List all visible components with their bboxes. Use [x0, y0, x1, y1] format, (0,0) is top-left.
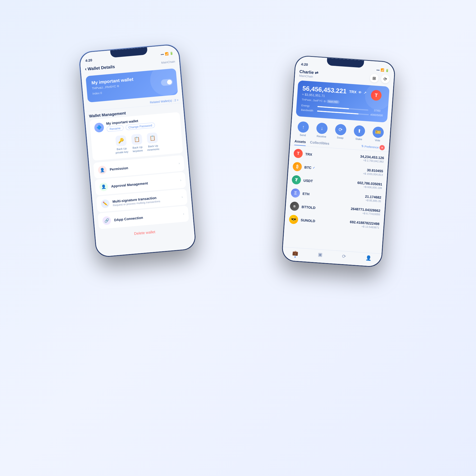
- history-nav-icon: ⟳: [342, 253, 346, 259]
- rename-button[interactable]: Rename: [107, 125, 124, 132]
- swap-action[interactable]: ⟳ Swap: [335, 124, 347, 140]
- address-copy-icon[interactable]: ⧉: [324, 99, 326, 103]
- receive-icon: ↓: [316, 122, 328, 134]
- sunold-values: 692.418878222498 ≈$ 13.5483871: [350, 220, 380, 229]
- assets-nav-dot: [294, 256, 296, 258]
- backup-mnemonic[interactable]: 📋 Back Upmnemonic: [146, 132, 159, 152]
- backup-keystore[interactable]: 📋 Back Upkeystore: [131, 134, 143, 153]
- change-password-button[interactable]: Change Password: [125, 122, 155, 130]
- receive-label: Receive: [317, 135, 326, 138]
- multisig-text: Multi-signature transaction Request or p…: [112, 194, 179, 207]
- nav-assets[interactable]: 💼: [292, 250, 298, 258]
- chevron-icon-multisig: ›: [181, 195, 183, 199]
- bttold-values: 2648771.04328662 ≈$ 6.77419355: [350, 207, 381, 216]
- resource-bars: Energy 37/60 Bandwidth: [301, 104, 383, 117]
- send-icon: ↑: [298, 121, 309, 133]
- btc-symbol: BTC ✓: [304, 165, 361, 173]
- assets-nav-icon: 💼: [292, 250, 298, 256]
- sunold-symbol: SUNOLD: [301, 218, 347, 225]
- wallet-toggle[interactable]: [161, 79, 173, 86]
- preference-label: Preference: [364, 145, 379, 149]
- signal-icon-right: ▪▪▪: [376, 68, 380, 72]
- non-hd-badge: Non-HD: [327, 100, 340, 104]
- wifi-icon-right: 📶: [381, 68, 385, 72]
- back-button[interactable]: ‹ Wallet Details: [85, 64, 115, 72]
- sort-icon: ⇅: [361, 144, 364, 148]
- send-action[interactable]: ↑ Send: [297, 121, 309, 137]
- dapp-title: DApp Connection: [114, 212, 180, 222]
- tab-collectibles[interactable]: Collectibles: [310, 139, 329, 148]
- vote-action[interactable]: 🎫 Vote: [372, 126, 384, 142]
- scan-button[interactable]: ⊞: [370, 74, 379, 83]
- swap-label: Swap: [337, 136, 344, 140]
- stake-icon: ⬆: [354, 125, 365, 137]
- expand-icon[interactable]: ↗: [363, 90, 367, 95]
- nav-profile[interactable]: 👤: [365, 255, 372, 263]
- btc-icon: ₿: [292, 162, 302, 171]
- balance-currency: TRX: [349, 89, 357, 94]
- bttold-name-col: BTTOLD: [301, 205, 348, 212]
- battery-icon-right: 🔋: [385, 69, 389, 72]
- stake-action[interactable]: ⬆ Stake: [353, 125, 365, 141]
- stake-label: Stake: [355, 138, 362, 141]
- receive-action[interactable]: ↓ Receive: [316, 122, 328, 138]
- nav-cards[interactable]: ▣: [318, 251, 323, 259]
- backup-private-key-label: Back Upprivate key: [115, 147, 128, 154]
- multisig-icon: ✏️: [101, 199, 110, 208]
- add-asset-button[interactable]: +: [379, 145, 385, 150]
- header-actions: ⊞ ⟳: [370, 74, 390, 84]
- btc-values: 30.810455 ≈$ 1555,934,813: [363, 168, 383, 176]
- signal-icon: ▪▪▪: [161, 52, 164, 56]
- management-card: 🔷 My important wallet Rename Change Pass…: [89, 112, 183, 161]
- battery-icon: 🔋: [170, 52, 173, 55]
- bttold-symbol: BTTOLD: [301, 205, 348, 212]
- vote-icon: 🎫: [372, 126, 384, 138]
- profile-nav-icon: 👤: [365, 255, 372, 261]
- mnemonic-icon: 📋: [147, 132, 158, 144]
- chevron-icon-approval: ›: [180, 178, 181, 182]
- energy-value: 37/60: [370, 109, 381, 112]
- eye-icon[interactable]: 👁: [358, 90, 362, 95]
- page-title: Wallet Details: [88, 64, 115, 71]
- cards-nav-icon: ▣: [318, 251, 322, 258]
- left-phone: 4:20 ▪▪▪ 📶 🔋 ‹ Wallet Details MainChain: [79, 44, 197, 258]
- backup-mnemonic-label: Back Upmnemonic: [147, 144, 159, 152]
- trx-symbol: TRX: [305, 152, 358, 160]
- copy-icon[interactable]: ⧉: [117, 84, 119, 88]
- time-right: 4:20: [301, 62, 308, 67]
- approval-text: Approval Management: [111, 178, 177, 188]
- preference-button[interactable]: ⇅ Preference +: [361, 144, 385, 150]
- chain-label-left: MainChain: [161, 60, 175, 64]
- vote-label: Vote: [375, 139, 380, 142]
- usdt-icon: ₮: [292, 175, 301, 185]
- dapp-icon: 🔗: [102, 216, 111, 225]
- backup-keystore-label: Back Upkeystore: [132, 145, 143, 153]
- approval-title: Approval Management: [111, 178, 177, 188]
- approval-icon: 👤: [99, 182, 108, 191]
- btc-verified-icon: ✓: [312, 166, 315, 170]
- bandwidth-value: 4000/5000: [370, 113, 383, 117]
- bttold-icon: B: [290, 202, 299, 211]
- eth-symbol: ETH: [303, 192, 363, 200]
- wallet-details-screen: ‹ Wallet Details MainChain My important …: [80, 56, 196, 257]
- eth-values: 21.174682 ≈$ 85,885.35: [365, 194, 381, 203]
- private-key-icon: 🔑: [115, 135, 127, 147]
- asset-list: T TRX 34,234,453.126 ≈$ 2,760,842,982 ₿ …: [283, 145, 389, 254]
- time-left: 4:20: [85, 58, 92, 63]
- permission-icon: 👤: [98, 166, 107, 175]
- tab-assets[interactable]: Assets: [294, 138, 306, 146]
- switch-button[interactable]: ⟳: [381, 75, 390, 84]
- eth-icon: Ξ: [291, 188, 300, 198]
- backup-grid: 🔑 Back Upprivate key 📋 Back Upkeystore 📋…: [95, 129, 178, 157]
- sunold-name-col: SUNOLD: [301, 218, 347, 225]
- backup-private-key[interactable]: 🔑 Back Upprivate key: [114, 135, 129, 154]
- balance-card: 56,456,453.221 TRX 👁 ↗ ≈ $3,951,951.71 T…: [296, 80, 390, 123]
- trx-icon: T: [294, 149, 303, 158]
- nav-history[interactable]: ⟳: [342, 253, 346, 261]
- btc-name-col: BTC ✓: [304, 165, 361, 173]
- swap-icon: ⟳: [335, 124, 347, 136]
- wallet-avatar: 🔷: [94, 122, 104, 132]
- chevron-icon-dapp: ›: [183, 212, 184, 216]
- tron-logo: T: [370, 90, 382, 101]
- usdt-values: 602,786.035091 ≈$ 606,000.199: [357, 181, 382, 189]
